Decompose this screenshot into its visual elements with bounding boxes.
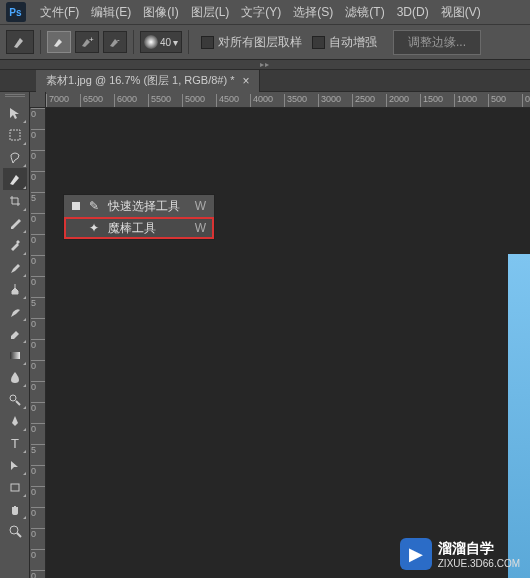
menu-filter[interactable]: 滤镜(T) — [339, 4, 390, 21]
ruler-tick: 3500 — [284, 94, 307, 108]
tool-preset-picker[interactable] — [6, 30, 34, 54]
ruler-tick: 2500 — [352, 94, 375, 108]
watermark-sub: ZIXUE.3D66.COM — [438, 558, 520, 569]
ruler-tick: 0 — [31, 276, 46, 286]
gradient-tool[interactable] — [3, 344, 27, 366]
watermark-title: 溜溜自学 — [438, 540, 520, 558]
watermark-logo-icon: ▶ — [400, 538, 432, 570]
ruler-tick: 5500 — [148, 94, 171, 108]
ruler-horizontal[interactable]: 7000650060005500500045004000350030002500… — [46, 92, 530, 108]
ruler-tick: 0 — [31, 150, 46, 160]
menu-select[interactable]: 选择(S) — [287, 4, 339, 21]
dodge-tool[interactable] — [3, 388, 27, 410]
selection-new-icon[interactable] — [47, 31, 71, 53]
brush-tool[interactable] — [3, 256, 27, 278]
canvas[interactable]: ✎ 快速选择工具 W ✦ 魔棒工具 W ▶ 溜溜自学 ZIXUE.3D66.CO… — [46, 108, 530, 578]
options-bar: + - 40 ▾ 对所有图层取样 自动增强 调整边缘... — [0, 24, 530, 60]
menu-edit[interactable]: 编辑(E) — [85, 4, 137, 21]
canvas-image — [508, 254, 530, 578]
ruler-tick: 1500 — [420, 94, 443, 108]
menu-file[interactable]: 文件(F) — [34, 4, 85, 21]
divider — [188, 30, 189, 54]
flyout-magic-wand[interactable]: ✦ 魔棒工具 W — [64, 217, 214, 239]
menu-3d[interactable]: 3D(D) — [391, 5, 435, 19]
divider — [133, 30, 134, 54]
ruler-tick: 0 — [31, 423, 46, 433]
ruler-tick: 0 — [31, 129, 46, 139]
checkbox-icon — [312, 36, 325, 49]
lasso-tool[interactable] — [3, 146, 27, 168]
flyout-shortcut: W — [195, 221, 206, 235]
sample-all-label: 对所有图层取样 — [218, 34, 302, 51]
menu-type[interactable]: 文字(Y) — [235, 4, 287, 21]
history-brush-tool[interactable] — [3, 300, 27, 322]
clone-stamp-tool[interactable] — [3, 278, 27, 300]
pen-tool[interactable] — [3, 410, 27, 432]
ruler-tick: 0 — [31, 318, 46, 328]
eraser-tool[interactable] — [3, 322, 27, 344]
ruler-tick: 5 — [31, 444, 46, 454]
ruler-tick: 0 — [31, 108, 46, 118]
selection-add-icon[interactable]: + — [75, 31, 99, 53]
ruler-corner — [30, 92, 46, 108]
menu-layer[interactable]: 图层(L) — [185, 4, 236, 21]
ruler-tick: 0 — [31, 507, 46, 517]
ruler-tick: 6500 — [80, 94, 103, 108]
ruler-tick: 5000 — [182, 94, 205, 108]
close-icon[interactable]: × — [242, 74, 249, 88]
svg-text:T: T — [11, 436, 19, 450]
flyout-shortcut: W — [195, 199, 206, 213]
selection-subtract-icon[interactable]: - — [103, 31, 127, 53]
watermark: ▶ 溜溜自学 ZIXUE.3D66.COM — [400, 538, 520, 570]
move-tool[interactable] — [3, 102, 27, 124]
svg-rect-4 — [10, 130, 20, 140]
ps-logo-icon: Ps — [4, 0, 28, 24]
ruler-tick: 4500 — [216, 94, 239, 108]
refine-edge-button[interactable]: 调整边缘... — [393, 30, 481, 55]
menu-view[interactable]: 视图(V) — [435, 4, 487, 21]
ruler-tick: 0 — [31, 339, 46, 349]
ruler-tick: 0 — [31, 570, 46, 578]
quick-selection-tool[interactable] — [3, 168, 27, 190]
document-tab-title: 素材1.jpg @ 16.7% (图层 1, RGB/8#) * — [46, 73, 234, 88]
path-selection-tool[interactable] — [3, 454, 27, 476]
blur-tool[interactable] — [3, 366, 27, 388]
auto-enhance-label: 自动增强 — [329, 34, 377, 51]
ruler-tick: 4000 — [250, 94, 273, 108]
ruler-tick: 0 — [31, 381, 46, 391]
svg-point-6 — [10, 395, 16, 401]
svg-text:-: - — [117, 36, 120, 44]
ruler-vertical[interactable]: 00005000050000005000000 — [30, 108, 46, 578]
hand-tool[interactable] — [3, 498, 27, 520]
type-tool[interactable]: T — [3, 432, 27, 454]
toolbox: T — [0, 92, 30, 578]
healing-brush-tool[interactable] — [3, 234, 27, 256]
eyedropper-tool[interactable] — [3, 212, 27, 234]
menu-image[interactable]: 图像(I) — [137, 4, 184, 21]
crop-tool[interactable] — [3, 190, 27, 212]
check-icon — [72, 202, 80, 210]
ruler-tick: 0 — [31, 465, 46, 475]
svg-point-9 — [10, 526, 18, 534]
document-tab[interactable]: 素材1.jpg @ 16.7% (图层 1, RGB/8#) * × — [36, 70, 260, 92]
flyout-quick-selection[interactable]: ✎ 快速选择工具 W — [64, 195, 214, 217]
ruler-tick: 0 — [31, 549, 46, 559]
marquee-tool[interactable] — [3, 124, 27, 146]
ruler-tick: 2000 — [386, 94, 409, 108]
zoom-tool[interactable] — [3, 520, 27, 542]
sample-all-layers-checkbox[interactable]: 对所有图层取样 — [201, 34, 302, 51]
brush-size-picker[interactable]: 40 ▾ — [140, 31, 182, 53]
ruler-tick: 0 — [31, 255, 46, 265]
divider — [40, 30, 41, 54]
ruler-tick: 1000 — [454, 94, 477, 108]
collapse-strip[interactable]: ▸▸ — [0, 60, 530, 70]
flyout-label: 快速选择工具 — [108, 198, 189, 215]
ruler-tick: 0 — [31, 171, 46, 181]
ruler-tick: 500 — [488, 94, 506, 108]
rectangle-tool[interactable] — [3, 476, 27, 498]
ruler-tick: 0 — [31, 234, 46, 244]
auto-enhance-checkbox[interactable]: 自动增强 — [312, 34, 377, 51]
svg-text:Ps: Ps — [9, 7, 22, 18]
chevron-down-icon: ▾ — [173, 37, 178, 48]
toolbox-grip-icon[interactable] — [5, 94, 25, 100]
